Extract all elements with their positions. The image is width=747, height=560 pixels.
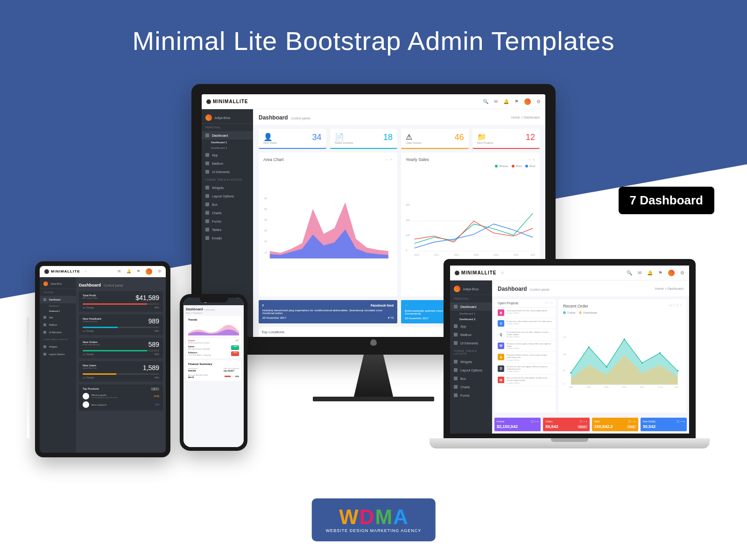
brand-logo[interactable]: MINIMALLITE [206, 99, 248, 104]
svg-text:12 Sep: 12 Sep [658, 386, 663, 388]
orders-card[interactable]: Orders⛶ — ×50,542Annual [543, 418, 589, 431]
svg-text:40: 40 [264, 218, 267, 221]
stat-invoices[interactable]: 📄Today Invoices18 [330, 129, 398, 149]
svg-point-24 [570, 372, 571, 373]
apple-pencil [27, 317, 29, 439]
svg-point-25 [588, 346, 589, 348]
activity-card[interactable]: User Activity⛶ — ×30,542 [641, 418, 687, 431]
open-projects-panel: Open Projects⛶ — × BLorem ipsum dolor si… [495, 299, 556, 413]
svg-text:2015: 2015 [514, 254, 519, 256]
sidebar-user[interactable]: Juliya Brus [202, 112, 253, 124]
svg-text:150: 150 [563, 336, 567, 338]
svg-text:0: 0 [406, 249, 407, 252]
project-item[interactable]: YIn quis est et, diam finibus commodo. U… [495, 318, 556, 329]
sidebar-sub-dash1[interactable]: Dashboard 1 [202, 140, 253, 145]
stat-total-profit: Total ProfitAll Customs Value$41,589 ▲ C… [79, 291, 163, 312]
stat-feedback: New FeedbackCustomer Review989 ▲ Change4… [79, 315, 163, 335]
svg-text:2016: 2016 [531, 254, 535, 256]
stat-new-users[interactable]: 👤New Users34 [259, 129, 326, 149]
svg-text:08:00: 08:00 [640, 386, 644, 388]
svg-text:2012: 2012 [454, 254, 459, 256]
search-icon[interactable]: 🔍 [483, 99, 488, 104]
svg-text:2013: 2013 [474, 254, 479, 256]
project-item[interactable]: MNam sit amet leo non velit dapibus, bla… [495, 375, 556, 386]
svg-point-30 [677, 370, 678, 371]
page-header: DashboardControl panel Home > Dashboard [253, 109, 545, 125]
sidebar-item-charts[interactable]: Charts [202, 209, 253, 217]
svg-text:60: 60 [264, 197, 267, 200]
trends-card: Trends AngularA framework that's mobile+… [186, 316, 241, 358]
sidebar-item-box[interactable]: Box [202, 200, 253, 209]
facebook-icon: f [262, 304, 263, 307]
svg-point-29 [659, 352, 661, 354]
sidebar-item-layout[interactable]: Layout Options [202, 192, 253, 200]
svg-text:30: 30 [264, 229, 267, 232]
svg-text:20: 20 [264, 240, 267, 243]
svg-point-26 [606, 366, 607, 368]
recent-order-chart: 150100500 16:0020:0000:0004:0008:0012 Se… [563, 314, 682, 408]
sidebar-item-forms[interactable]: Forms [202, 217, 253, 225]
svg-text:0: 0 [563, 383, 564, 385]
svg-text:16:00: 16:00 [569, 386, 573, 388]
svg-text:16:00: 16:00 [675, 386, 679, 388]
sidebar-item-emails[interactable]: Emails [202, 234, 253, 242]
svg-text:2011: 2011 [434, 254, 439, 256]
sidebar-item-ui[interactable]: UI Elements [202, 168, 253, 176]
svg-text:2010: 2010 [414, 254, 419, 256]
svg-text:50: 50 [563, 369, 565, 371]
svg-text:200: 200 [406, 219, 410, 222]
flag-icon[interactable]: ⚑ [514, 99, 519, 104]
svg-point-28 [641, 362, 643, 364]
breadcrumb: Home > Dashboard [511, 116, 540, 119]
project-item[interactable]: WVivamus et metus sapien, tempus libero … [495, 341, 556, 352]
wdma-logo: W D M A WEBSITE DESIGN MARKETING AGENCY [312, 498, 436, 541]
sidebar-item-tables[interactable]: Tables [202, 225, 253, 234]
area-chart: 605040302010 [263, 165, 393, 292]
sidebar-sub-dash2[interactable]: Dashboard 2 [202, 145, 253, 151]
stat-orders: New OrdersFresh Order Amount589 ▲ Change… [79, 338, 163, 358]
project-item[interactable]: BLorem ipsum dolor sit amet, massa adipi… [495, 308, 556, 318]
twitter-icon: 🐦 [405, 304, 409, 308]
bell-icon[interactable]: 🔔 [503, 99, 509, 104]
project-item[interactable]: QUt condimentum enim non dolor volutpat,… [495, 329, 556, 341]
settings-icon[interactable]: ⚙ [536, 99, 541, 104]
sidebar-item-widgets[interactable]: Widgets [202, 183, 253, 192]
project-item[interactable]: APraesent vel libero viverra, rutrum neq… [495, 352, 556, 364]
hero-title: Minimal Lite Bootstrap Admin Templates [0, 26, 747, 56]
topbar: MINIMALLITE 🔍 ✉ 🔔 ⚑ ⚙ [202, 94, 545, 109]
area-chart-card: Area Chart— × 605040302010 [259, 153, 397, 296]
svg-text:300: 300 [406, 203, 410, 206]
svg-text:04:00: 04:00 [622, 386, 627, 388]
recent-order-card: Recent Order○ Q ⛶ ⟳ × OnlineDownloads 15… [558, 299, 686, 413]
svg-text:2014: 2014 [493, 254, 499, 256]
facebook-feed[interactable]: fFacebook feed Holisticly benchmark plug… [259, 300, 397, 323]
mail-icon[interactable]: ✉ [494, 99, 498, 104]
page-title: Dashboard [259, 114, 288, 121]
svg-text:20:00: 20:00 [587, 386, 591, 388]
svg-text:50: 50 [264, 208, 267, 210]
svg-text:100: 100 [563, 353, 567, 356]
sidebar-item-app[interactable]: App [202, 151, 253, 159]
svg-text:00:00: 00:00 [605, 386, 609, 388]
dashboard-count-badge: 7 Dashboard [619, 187, 715, 214]
stat-projects[interactable]: 📁New Projects12 [472, 129, 540, 149]
finance-summary: Finance Summary Investment$500.000 Year … [186, 360, 241, 381]
svg-text:100: 100 [406, 234, 410, 237]
visits-card[interactable]: Visits⛶ — ×150,542.2Today [592, 418, 638, 431]
stat-users: New UsersJoined New User1,589 ▲ Change44… [79, 361, 163, 382]
phone-mockup: MINIMALLITE Dashboard Control panel Home… [180, 294, 247, 451]
laptop-mockup: MINIMALLITE≡ 🔍✉🔔⚑⚙ Juliya Brus PERSONAL … [430, 259, 710, 448]
top-products: Top Products+5 → A/B press jigarthisLuxu… [79, 385, 163, 411]
apple-logo-icon [370, 339, 377, 346]
project-item[interactable]: DVivamus sit amet tortor lijgula, effici… [495, 364, 556, 375]
stat-issues[interactable]: ⚠Open Issues46 [401, 129, 469, 149]
sidebar-item-dashboard[interactable]: Dashboard [202, 131, 253, 140]
income-card[interactable]: Income⛶ — ×$2,150,542 [494, 418, 541, 431]
tablet-mockup: MINIMALLITE≡ ✉🔔⚑⚙ Juliya Brus PERSONAL D… [35, 261, 170, 457]
user-avatar[interactable] [524, 98, 531, 105]
tablet-sidebar: Juliya Brus PERSONAL Dashboard Dashboard… [40, 277, 76, 453]
laptop-sidebar: Juliya Brus PERSONAL Dashboard Dashboard… [450, 280, 492, 434]
svg-text:10: 10 [264, 251, 267, 254]
svg-point-27 [624, 338, 625, 340]
sidebar-item-mailbox[interactable]: Mailbox [202, 159, 253, 168]
